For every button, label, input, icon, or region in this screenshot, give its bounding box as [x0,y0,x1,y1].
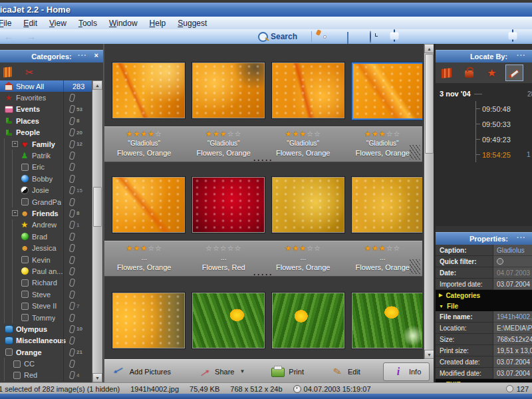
category-patrik[interactable]: Patrik [0,150,92,161]
category-places[interactable]: Places8 [0,115,92,126]
cut-icon[interactable]: ✂ [25,67,34,77]
photo-thumbnail[interactable] [192,177,265,233]
photo-thumbnail[interactable] [272,177,344,233]
scrollbar-thumb[interactable] [425,54,434,154]
panel-toggle-button[interactable] [394,29,395,42]
menu-file[interactable]: File [0,19,17,28]
category-family[interactable]: -Family12 [0,138,92,150]
photo-thumbnail[interactable] [352,293,422,348]
photo-thumbnail[interactable] [352,177,422,233]
locate-by-folder-button[interactable] [528,65,532,81]
category-steve[interactable]: Steve [0,289,92,300]
photo-thumbnail[interactable] [352,63,422,120]
action-share[interactable]: Share▼ [194,364,249,379]
timeline-icon[interactable] [370,31,371,43]
scroll-down-icon[interactable]: ▼ [424,350,434,359]
dropdown-caret-icon[interactable]: ▼ [239,368,245,374]
action-info[interactable]: Info [383,362,430,381]
category-paul-an[interactable]: Paul an... [0,265,92,277]
collapse-icon[interactable]: - [12,210,18,216]
back-button[interactable]: ← [4,31,13,42]
photo-thumbnail[interactable] [192,63,265,118]
photo-thumbnail[interactable] [192,293,265,348]
time-node[interactable]: 09:50:48 [476,101,532,116]
search-button[interactable]: Search [258,31,297,43]
locate-by-date-button[interactable] [505,65,523,81]
photo-thumbnail[interactable] [112,293,185,348]
star-rating[interactable]: ★★★☆☆ [343,130,423,138]
scrollbar-thumb[interactable] [93,187,102,227]
category-events[interactable]: Events53 [0,104,92,115]
row-resize-handle[interactable]: ····· [104,272,422,277]
locate-by-rating-button[interactable] [483,65,501,81]
photo-thumbnail[interactable] [112,63,185,118]
category-olympus[interactable]: Olympus10 [0,323,92,334]
menu-tools[interactable]: Tools [72,19,103,28]
category-grandpa[interactable]: GrandPa [0,196,92,207]
star-rating[interactable]: ★★★☆☆ [104,245,184,252]
category-andrew[interactable]: Andrew1 [0,219,92,231]
category-steve-ii[interactable]: Steve II7 [0,300,92,311]
category-kevin[interactable]: Kevin [0,254,92,265]
scroll-down-icon[interactable]: ▼ [92,373,102,382]
star-rating[interactable]: ★★★★☆ [104,130,184,138]
action-print[interactable]: Print [267,364,308,379]
locate-by-album-button[interactable] [438,65,456,81]
category-orange[interactable]: Orange21 [0,346,92,358]
tree-guide [4,358,12,369]
panel-menu-button[interactable]: ··· [78,51,87,59]
category-josie[interactable]: Josie15 [0,185,92,196]
forward-button[interactable]: → [27,31,36,42]
menu-suggest[interactable]: Suggest [172,19,213,28]
photo-thumbnail[interactable] [272,293,344,348]
star-rating[interactable]: ☆☆☆☆☆ [184,245,264,252]
category-tommy[interactable]: Tommy [0,312,92,323]
category-show-all[interactable]: Show All283 [0,80,92,92]
scroll-up-icon[interactable]: ▲ [92,80,102,90]
panel-menu-button[interactable]: ··· [517,51,526,59]
action-edit[interactable]: Edit [327,364,364,379]
row-resize-handle[interactable]: ····· [104,158,422,163]
category-miscellaneous[interactable]: Miscellaneous [0,335,92,346]
slideshow-icon[interactable] [347,32,348,45]
panel-menu-button[interactable]: ··· [517,233,526,241]
category-brad[interactable]: Brad [0,231,92,242]
menu-edit[interactable]: Edit [17,19,43,28]
category-favorites[interactable]: Favorites [0,92,92,103]
photo-thumbnail[interactable] [272,63,344,118]
time-node[interactable]: 09:49:23 [476,132,532,147]
category-bobby[interactable]: Bobby [0,173,92,184]
date-node[interactable]: 3 nov '04 28 [436,86,532,101]
category-cc[interactable]: CC [0,358,92,369]
category-friends[interactable]: -Friends8 [0,207,92,219]
photo-caption: "Gladiolus" [263,140,343,147]
photo-thumbnail[interactable] [112,177,185,233]
action-add-pictures[interactable]: Add Pictures [108,364,175,379]
category-red[interactable]: Red4 [0,370,92,381]
time-node[interactable]: 18:54:251 [476,147,532,162]
menu-view[interactable]: View [43,19,72,28]
scroll-up-icon[interactable]: ▲ [424,44,434,53]
zoom-icon[interactable] [506,385,513,392]
section-categories[interactable]: ▶Categories [436,290,532,301]
categories-scrollbar[interactable]: ▲ ▼ [92,80,102,382]
star-rating[interactable]: ★★★☆☆ [343,245,423,252]
right-panel-toggle-button[interactable] [512,29,513,42]
time-node[interactable]: 09:50:33 [476,116,532,132]
category-jessica[interactable]: Jessica [0,242,92,253]
star-rating[interactable]: ★★★☆☆ [263,245,343,252]
menu-help[interactable]: Help [144,19,172,28]
close-icon[interactable]: × [94,51,98,59]
grid-scrollbar[interactable]: ▲ ▼ [424,44,434,359]
category-people[interactable]: People20 [0,127,92,138]
star-rating[interactable]: ★★★☆☆ [263,130,343,138]
menu-window[interactable]: Window [103,19,144,28]
category-richard[interactable]: Richard [0,277,92,289]
category-eric[interactable]: Eric [0,162,92,173]
property-value: E:\MEDIA\Pict... [493,323,532,334]
locate-by-event-button[interactable] [460,65,478,81]
import-category-icon[interactable] [3,66,12,77]
section-file[interactable]: ▼File [436,301,532,311]
star-rating[interactable]: ★★★☆☆ [184,130,264,138]
collapse-icon[interactable]: - [12,141,18,147]
